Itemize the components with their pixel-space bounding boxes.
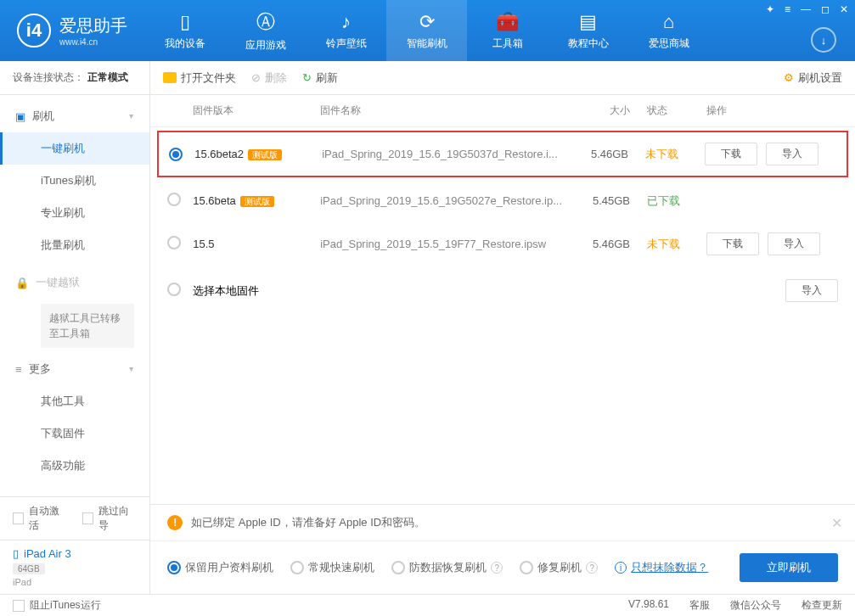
customer-service-link[interactable]: 客服 xyxy=(689,598,710,613)
sidebar-item-batch[interactable]: 批量刷机 xyxy=(0,229,149,261)
firmware-size: 5.45GB xyxy=(562,194,630,207)
menu-group-jailbreak: 🔒 一键越狱 xyxy=(0,266,149,299)
menu-group-more[interactable]: ≡ 更多 ▸ xyxy=(0,353,149,385)
side-menu: ▣ 刷机 ▸ 一键刷机 iTunes刷机 专业刷机 批量刷机 🔒 一键越狱 越狱… xyxy=(0,95,149,496)
col-status: 状态 xyxy=(630,104,698,118)
help-icon[interactable]: ? xyxy=(491,562,503,574)
col-action: 操作 xyxy=(698,104,838,118)
beta-badge: 测试版 xyxy=(240,196,274,207)
tab-my-device[interactable]: ▯我的设备 xyxy=(144,0,225,61)
close-warning-icon[interactable]: ✕ xyxy=(831,515,842,531)
book-icon: ▤ xyxy=(579,11,597,33)
apps-icon: Ⓐ xyxy=(256,9,275,35)
folder-icon xyxy=(163,72,177,83)
row-radio[interactable] xyxy=(167,193,181,206)
opt-normal[interactable]: 常规快速刷机 xyxy=(290,560,374,575)
sidebar-item-itunes[interactable]: iTunes刷机 xyxy=(0,165,149,197)
toolbox-icon: 🧰 xyxy=(496,11,519,33)
minimize-icon[interactable]: — xyxy=(801,3,811,15)
row-radio[interactable] xyxy=(167,236,181,249)
refresh-button[interactable]: ↻ 刷新 xyxy=(302,70,338,86)
block-itunes-checkbox[interactable] xyxy=(13,600,25,612)
firmware-size: 5.46GB xyxy=(560,148,628,160)
refresh-icon: ↻ xyxy=(302,71,312,84)
auto-activate-checkbox[interactable] xyxy=(13,512,24,524)
status-value: 正常模式 xyxy=(87,70,128,85)
sidebar-item-pro[interactable]: 专业刷机 xyxy=(0,197,149,229)
bottom-panel: ! 如已绑定 Apple ID，请准备好 Apple ID和密码。 ✕ 保留用户… xyxy=(150,504,855,594)
firmware-status: 已下载 xyxy=(647,194,680,207)
erase-link[interactable]: 只想抹除数据？ xyxy=(631,560,708,575)
flash-now-button[interactable]: 立即刷机 xyxy=(740,553,838,582)
device-info[interactable]: ▯ iPad Air 3 64GB iPad xyxy=(0,540,149,594)
opt-anti-recover[interactable]: 防数据恢复刷机? xyxy=(391,560,503,575)
firmware-row[interactable]: 15.6beta2测试版 iPad_Spring_2019_15.6_19G50… xyxy=(157,131,848,177)
local-firmware-row[interactable]: 选择本地固件 导入 xyxy=(150,267,855,314)
download-button[interactable]: 下载 xyxy=(705,143,757,165)
open-folder-button[interactable]: 打开文件夹 xyxy=(163,70,236,86)
skip-guide-checkbox[interactable] xyxy=(82,512,93,524)
app-title: 爱思助手 xyxy=(59,14,127,37)
tab-smart-flash[interactable]: ⟳智能刷机 xyxy=(386,0,467,61)
status-label: 设备连接状态： xyxy=(13,70,84,85)
import-button[interactable]: 导入 xyxy=(768,232,820,255)
check-update-link[interactable]: 检查更新 xyxy=(802,598,842,613)
tab-shop[interactable]: ⌂爱思商城 xyxy=(628,0,709,61)
delete-icon: ⊘ xyxy=(251,71,261,84)
skip-guide-label: 跳过向导 xyxy=(98,504,137,533)
tab-tutorials[interactable]: ▤教程中心 xyxy=(548,0,628,61)
wechat-link[interactable]: 微信公众号 xyxy=(730,598,781,613)
opt-repair[interactable]: 修复刷机? xyxy=(520,560,598,575)
firmware-status: 未下载 xyxy=(645,148,678,160)
flash-settings-button[interactable]: ⚙ 刷机设置 xyxy=(784,70,842,86)
maximize-icon[interactable]: ◻ xyxy=(821,3,830,15)
import-button[interactable]: 导入 xyxy=(785,279,838,302)
flash-icon: ⟳ xyxy=(419,11,435,33)
logo-area: i4 爱思助手 www.i4.cn xyxy=(0,14,144,48)
beta-badge: 测试版 xyxy=(248,149,282,160)
col-size: 大小 xyxy=(562,104,630,118)
firmware-row[interactable]: 15.5 iPad_Spring_2019_15.5_19F77_Restore… xyxy=(150,221,855,267)
warning-icon: ! xyxy=(167,515,183,530)
download-progress-icon[interactable]: ↓ xyxy=(811,27,836,53)
row-radio[interactable] xyxy=(167,283,181,296)
window-controls: ✦ ≡ — ◻ ✕ xyxy=(766,3,848,15)
app-logo-icon: i4 xyxy=(17,14,51,48)
gear-icon: ⚙ xyxy=(784,71,794,84)
app-header: i4 爱思助手 www.i4.cn ▯我的设备 Ⓐ应用游戏 ♪铃声壁纸 ⟳智能刷… xyxy=(0,0,855,61)
tab-apps[interactable]: Ⓐ应用游戏 xyxy=(225,0,306,61)
flash-options: 保留用户资料刷机 常规快速刷机 防数据恢复刷机? 修复刷机? i只想抹除数据？ … xyxy=(150,541,855,594)
content-area: 打开文件夹 ⊘ 删除 ↻ 刷新 ⚙ 刷机设置 固件版本 固件名称 大小 xyxy=(150,61,855,594)
list-icon[interactable]: ≡ xyxy=(785,3,790,15)
tab-ringtones[interactable]: ♪铃声壁纸 xyxy=(306,0,386,61)
local-firmware-label: 选择本地固件 xyxy=(193,284,259,297)
download-button[interactable]: 下载 xyxy=(706,232,759,255)
sidebar: 设备连接状态： 正常模式 ▣ 刷机 ▸ 一键刷机 iTunes刷机 专业刷机 批… xyxy=(0,61,150,594)
sidebar-item-advanced[interactable]: 高级功能 xyxy=(0,450,149,482)
help-icon[interactable]: ? xyxy=(586,562,598,574)
firmware-row[interactable]: 15.6beta测试版 iPad_Spring_2019_15.6_19G502… xyxy=(150,181,855,221)
close-icon[interactable]: ✕ xyxy=(840,3,848,15)
device-storage-badge: 64GB xyxy=(13,563,45,574)
opt-keep-data[interactable]: 保留用户资料刷机 xyxy=(167,560,273,575)
firmware-size: 5.46GB xyxy=(562,238,630,250)
menu-group-flash[interactable]: ▣ 刷机 ▸ xyxy=(0,100,149,132)
sidebar-item-download-fw[interactable]: 下载固件 xyxy=(0,417,149,450)
block-itunes-label: 阻止iTunes运行 xyxy=(30,598,101,613)
sidebar-item-oneclick[interactable]: 一键刷机 xyxy=(0,132,149,165)
menu-icon[interactable]: ✦ xyxy=(766,3,774,15)
chevron-down-icon: ▸ xyxy=(127,367,137,372)
flash-group-icon: ▣ xyxy=(15,110,25,123)
table-header: 固件版本 固件名称 大小 状态 操作 xyxy=(150,95,855,127)
connection-status: 设备连接状态： 正常模式 xyxy=(0,61,149,95)
info-icon: i xyxy=(615,562,627,574)
erase-only: i只想抹除数据？ xyxy=(615,560,708,575)
delete-button[interactable]: ⊘ 删除 xyxy=(251,70,287,86)
warning-text: 如已绑定 Apple ID，请准备好 Apple ID和密码。 xyxy=(191,515,425,530)
main-area: 设备连接状态： 正常模式 ▣ 刷机 ▸ 一键刷机 iTunes刷机 专业刷机 批… xyxy=(0,61,855,594)
sidebar-item-other-tools[interactable]: 其他工具 xyxy=(0,385,149,417)
tab-toolbox[interactable]: 🧰工具箱 xyxy=(467,0,548,61)
row-radio[interactable] xyxy=(169,148,183,161)
import-button[interactable]: 导入 xyxy=(766,143,818,165)
device-type-text: iPad xyxy=(13,577,137,587)
